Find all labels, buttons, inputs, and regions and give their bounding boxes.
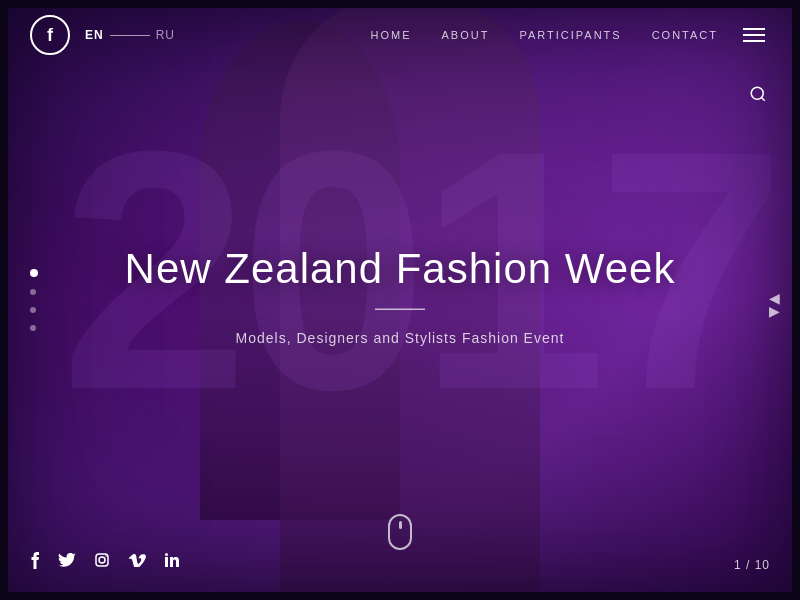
hero-title: New Zealand Fashion Week	[100, 244, 700, 294]
social-linkedin[interactable]	[164, 552, 180, 571]
nav-home[interactable]: HOME	[370, 29, 411, 41]
lang-switcher: EN RU	[85, 28, 175, 42]
social-links	[30, 551, 180, 572]
hamburger-line-3	[743, 40, 765, 42]
next-arrow[interactable]: ▶	[769, 303, 780, 319]
main-content: New Zealand Fashion Week Models, Designe…	[100, 244, 700, 346]
lang-ru[interactable]: RU	[156, 28, 175, 42]
navbar: f EN RU HOME ABOUT PARTICIPANTS CONTACT	[0, 0, 800, 70]
svg-point-3	[105, 555, 107, 557]
dot-1[interactable]	[30, 269, 38, 277]
scroll-indicator	[388, 514, 412, 550]
svg-point-2	[99, 557, 105, 563]
nav-links: HOME ABOUT PARTICIPANTS CONTACT	[370, 29, 718, 41]
hamburger-line-1	[743, 28, 765, 30]
dot-3[interactable]	[30, 307, 36, 313]
dot-4[interactable]	[30, 325, 36, 331]
lang-divider	[110, 35, 150, 36]
nav-contact[interactable]: CONTACT	[652, 29, 718, 41]
mouse-wheel	[399, 521, 402, 529]
social-facebook[interactable]	[30, 551, 40, 572]
svg-point-0	[751, 87, 763, 99]
hero-subtitle: Models, Designers and Stylists Fashion E…	[100, 330, 700, 346]
title-divider	[375, 309, 425, 310]
hamburger-line-2	[743, 34, 765, 36]
dot-2[interactable]	[30, 289, 36, 295]
hamburger-menu[interactable]	[738, 23, 770, 47]
nav-about[interactable]: ABOUT	[441, 29, 489, 41]
search-icon[interactable]	[749, 85, 767, 108]
slide-dots	[30, 269, 38, 331]
social-twitter[interactable]	[58, 553, 76, 570]
svg-rect-4	[165, 557, 168, 567]
svg-point-5	[165, 553, 168, 556]
nav-participants[interactable]: PARTICIPANTS	[519, 29, 621, 41]
social-vimeo[interactable]	[128, 553, 146, 570]
main-container: 2017 f EN RU HOME ABOUT PARTICIPANTS CON…	[0, 0, 800, 600]
lang-en[interactable]: EN	[85, 28, 104, 42]
mouse-icon	[388, 514, 412, 550]
logo[interactable]: f	[30, 15, 70, 55]
slide-counter: 1 / 10	[734, 558, 770, 572]
social-instagram[interactable]	[94, 552, 110, 571]
